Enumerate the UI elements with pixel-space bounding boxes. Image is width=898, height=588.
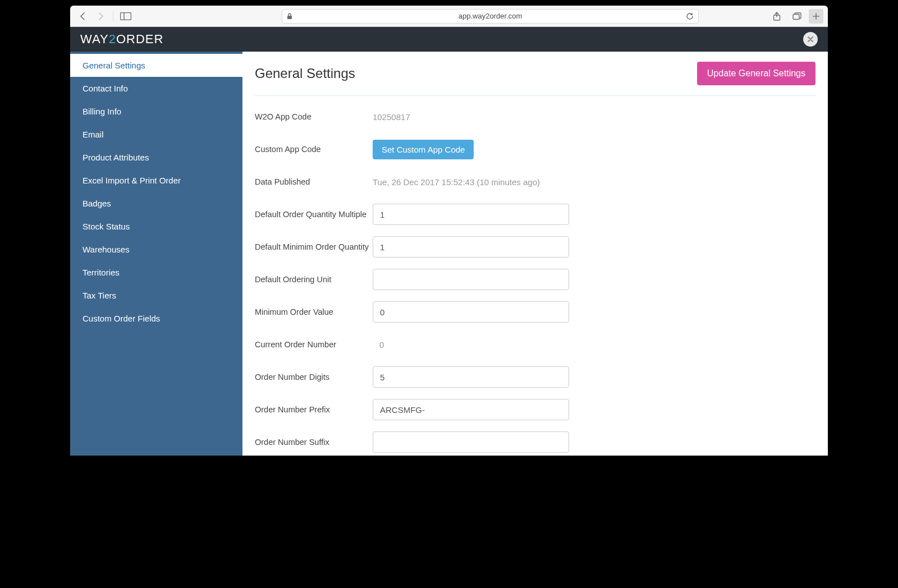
sidebar-item-billing-info[interactable]: Billing Info <box>70 100 242 123</box>
data-published-value: Tue, 26 Dec 2017 15:52:43 (10 minutes ag… <box>373 177 540 187</box>
default-min-qty-label: Default Minimim Order Quantity <box>255 242 373 251</box>
custom-app-code-label: Custom App Code <box>255 145 373 154</box>
reload-icon[interactable] <box>686 12 694 20</box>
forward-button[interactable] <box>93 10 108 23</box>
set-custom-app-code-button[interactable]: Set Custom App Code <box>373 140 474 159</box>
sidebar-toggle-icon[interactable] <box>118 10 134 23</box>
sidebar-item-product-attributes[interactable]: Product Attributes <box>70 146 242 169</box>
current-order-number-label: Current Order Number <box>255 340 373 349</box>
svg-rect-4 <box>793 14 799 19</box>
svg-rect-2 <box>287 16 292 19</box>
toolbar-separator <box>113 11 113 21</box>
sidebar-item-general-settings[interactable]: General Settings <box>70 54 242 77</box>
app-logo: WAY2ORDER <box>80 32 163 47</box>
update-general-settings-button[interactable]: Update General Settings <box>697 62 815 85</box>
page-title: General Settings <box>255 66 355 81</box>
browser-toolbar: app.way2order.com <box>70 6 828 27</box>
order-digits-input[interactable] <box>373 366 569 388</box>
address-bar[interactable]: app.way2order.com <box>282 9 699 24</box>
sidebar-item-contact-info[interactable]: Contact Info <box>70 77 242 100</box>
data-published-label: Data Published <box>255 177 373 186</box>
order-prefix-label: Order Number Prefix <box>255 405 373 414</box>
share-icon[interactable] <box>768 10 785 23</box>
logo-mid: 2 <box>109 32 116 46</box>
default-unit-input[interactable] <box>373 269 569 290</box>
sidebar-item-custom-order-fields[interactable]: Custom Order Fields <box>70 307 242 330</box>
back-button[interactable] <box>75 10 90 23</box>
app-code-label: W2O App Code <box>255 112 373 121</box>
sidebar-item-excel-import-print-order[interactable]: Excel Import & Print Order <box>70 169 242 192</box>
default-qty-multiple-input[interactable] <box>373 204 569 225</box>
lock-icon <box>287 13 292 20</box>
main-content: General Settings Update General Settings… <box>242 52 828 456</box>
order-prefix-input[interactable] <box>373 399 569 420</box>
tabs-icon[interactable] <box>789 10 805 23</box>
sidebar-item-warehouses[interactable]: Warehouses <box>70 238 242 261</box>
browser-right-tools <box>768 9 823 24</box>
default-unit-label: Default Ordering Unit <box>255 275 373 284</box>
svg-rect-0 <box>121 12 131 20</box>
new-tab-button[interactable] <box>809 9 823 24</box>
url-text: app.way2order.com <box>295 12 686 20</box>
sidebar-item-email[interactable]: Email <box>70 123 242 146</box>
current-order-number-value: 0 <box>373 340 384 350</box>
sidebar-item-stock-status[interactable]: Stock Status <box>70 215 242 238</box>
default-min-qty-input[interactable] <box>373 236 569 258</box>
default-qty-multiple-label: Default Order Quantity Multiple <box>255 210 373 219</box>
sidebar-item-badges[interactable]: Badges <box>70 192 242 215</box>
min-order-value-input[interactable] <box>373 301 569 323</box>
app-header: WAY2ORDER <box>70 27 828 52</box>
min-order-value-label: Minimum Order Value <box>255 307 373 316</box>
sidebar-item-tax-tiers[interactable]: Tax Tiers <box>70 284 242 307</box>
app-code-value: 10250817 <box>373 112 410 122</box>
close-icon[interactable] <box>803 32 818 47</box>
logo-post: ORDER <box>116 32 163 46</box>
logo-pre: WAY <box>80 32 109 46</box>
order-digits-label: Order Number Digits <box>255 373 373 382</box>
order-suffix-input[interactable] <box>373 431 569 453</box>
sidebar-item-territories[interactable]: Territories <box>70 261 242 284</box>
sidebar: General SettingsContact InfoBilling Info… <box>70 52 242 456</box>
order-suffix-label: Order Number Suffix <box>255 438 373 447</box>
